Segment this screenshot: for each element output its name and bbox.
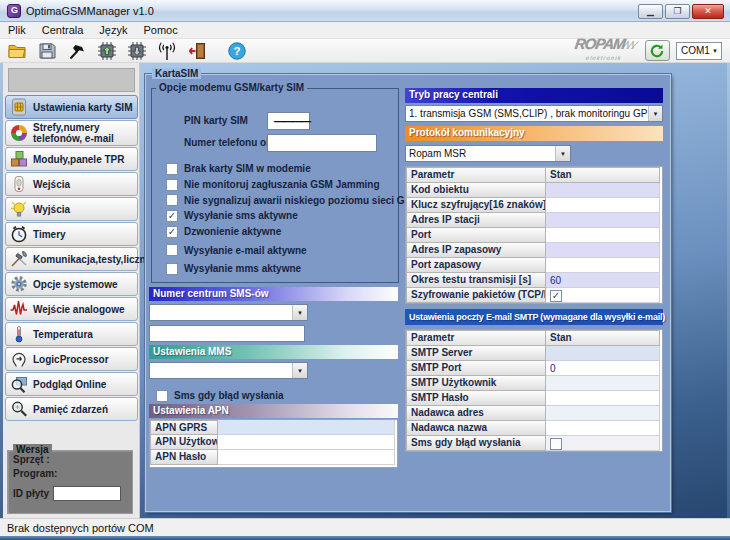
param-value-cell[interactable] <box>546 406 660 421</box>
open-button[interactable] <box>4 40 30 62</box>
sidebar-item-moduły-panele-tpr[interactable]: Moduły,panele TPR <box>5 147 138 171</box>
modem-option-row[interactable]: Wysyłanie e-mail aktywne <box>166 242 420 258</box>
modem-option-row[interactable]: Brak karty SIM w modemie <box>166 161 420 177</box>
sms-center-select[interactable]: ▼ <box>149 304 308 321</box>
ropam-logo: ROPAM⁄\⁄\⁄ elektronik <box>572 39 637 63</box>
sms-center-input[interactable] <box>149 325 305 342</box>
menu-item-język[interactable]: Język <box>91 23 135 37</box>
menu-item-pomoc[interactable]: Pomoc <box>135 23 185 37</box>
gsm-signal-button[interactable] <box>154 40 180 62</box>
sidebar-item-strefy-numery-telefonów-e-mail[interactable]: Strefy,numery telefonów, e-mail <box>5 120 138 146</box>
toolbar: ? ROPAM⁄\⁄\⁄ elektronik COM1 ▼ <box>0 39 730 63</box>
mms-select[interactable]: ▼ <box>149 362 308 379</box>
param-value-cell[interactable] <box>546 436 660 451</box>
param-label-cell: SMTP Hasło <box>406 391 546 406</box>
table-header-row: ParametrStan <box>406 167 662 183</box>
modem-option-row[interactable]: Wysyłanie mms aktywne <box>166 261 420 277</box>
param-value-cell[interactable] <box>546 243 660 258</box>
param-value-cell[interactable] <box>546 198 660 213</box>
sidebar-item-timery[interactable]: Timery <box>5 222 138 246</box>
sidebar-item-opcje-systemowe[interactable]: Opcje systemowe <box>5 272 138 296</box>
work-mode-select[interactable]: 1. transmisja GSM (SMS,CLIP) , brak moni… <box>405 105 663 122</box>
refresh-ports-button[interactable] <box>645 40 670 61</box>
checkbox[interactable]: ✓ <box>166 210 178 222</box>
board-id-field[interactable] <box>53 486 121 501</box>
param-value-cell[interactable] <box>546 258 660 273</box>
checkbox-label: Nie monitoruj zagłuszania GSM Jamming <box>178 179 380 190</box>
checkbox[interactable] <box>166 194 178 206</box>
param-value-cell[interactable] <box>546 228 660 243</box>
checkbox[interactable] <box>550 438 562 450</box>
param-value-cell[interactable] <box>546 346 660 361</box>
sidebar-item-label: Temperatura <box>29 329 93 340</box>
table-row: SMTP Hasło <box>406 391 662 406</box>
sidebar-item-temperatura[interactable]: Temperatura <box>5 322 138 346</box>
help-button[interactable]: ? <box>224 40 250 62</box>
param-value-cell[interactable] <box>546 376 660 391</box>
modem-option-row[interactable]: Nie sygnalizuj awarii niskiego poziomu s… <box>166 192 420 208</box>
checkbox-label: Wysyłanie sms aktywne <box>178 210 298 221</box>
program-version-label: Program: <box>8 465 132 479</box>
sidebar: Ustawienia karty SIMStrefy,numery telefo… <box>3 63 140 518</box>
save-button[interactable] <box>34 40 60 62</box>
protocol-select[interactable]: Ropam MSR ▼ <box>405 145 571 162</box>
modem-option-row[interactable]: ✓Wysyłanie sms aktywne <box>166 208 420 224</box>
sim-pin-field[interactable]: ———— <box>267 112 310 130</box>
param-value-cell[interactable] <box>546 421 660 436</box>
com-port-value: COM1 <box>681 45 710 56</box>
object-phone-field[interactable] <box>267 134 377 152</box>
modem-option-row[interactable]: Nie monitoruj zagłuszania GSM Jamming <box>166 177 420 193</box>
checkbox[interactable] <box>166 263 178 275</box>
sidebar-item-wyjścia[interactable]: Wyjścia <box>5 197 138 221</box>
checkbox[interactable] <box>166 179 178 191</box>
checkbox[interactable] <box>166 163 178 175</box>
param-label-cell: SMTP Port <box>406 361 546 376</box>
column-header: Stan <box>546 330 660 346</box>
mms-error-checkbox-row[interactable]: Sms gdy błąd wysłania <box>156 388 283 404</box>
exit-door-icon <box>187 41 207 61</box>
param-value-cell[interactable] <box>218 435 395 450</box>
params-table: ParametrStanKod obiektuKlucz szyfrujący[… <box>405 166 663 304</box>
param-value-cell[interactable]: 0 <box>546 361 660 376</box>
minimize-button[interactable]: ▁ <box>638 4 663 19</box>
modem-option-row[interactable]: ✓Dzwonienie aktywne <box>166 224 420 240</box>
sidebar-item-logicprocessor[interactable]: LogicProcessor <box>5 347 138 371</box>
checkbox[interactable] <box>166 244 178 256</box>
param-value-cell[interactable] <box>218 450 395 465</box>
menu-item-centrala[interactable]: Centrala <box>34 23 92 37</box>
read-from-device-button[interactable] <box>124 40 150 62</box>
checkbox[interactable]: ✓ <box>550 290 562 302</box>
sidebar-item-ustawienia-karty-sim[interactable]: Ustawienia karty SIM <box>5 95 138 119</box>
param-value-cell[interactable] <box>218 420 395 435</box>
close-button[interactable]: ✕ <box>692 4 724 19</box>
checkbox-label: Nie sygnalizuj awarii niskiego poziomu s… <box>178 195 420 206</box>
exit-button[interactable] <box>184 40 210 62</box>
column-header: Parametr <box>406 167 546 183</box>
checkbox[interactable] <box>156 390 168 402</box>
sidebar-item-wejścia[interactable]: Wejścia <box>5 172 138 196</box>
param-value-cell[interactable] <box>546 183 660 198</box>
version-panel: Wersja Sprzęt : Program: ID płyty <box>7 450 133 514</box>
sidebar-item-label: Wejście analogowe <box>29 304 125 315</box>
sidebar-item-pamięć-zdarzeń[interactable]: Pamięć zdarzeń <box>5 397 138 421</box>
write-to-device-button[interactable] <box>94 40 120 62</box>
sidebar-item-komunikacja-testy-liczniki[interactable]: Komunikacja,testy,liczniki <box>5 247 138 271</box>
param-label-cell: SMTP Server <box>406 346 546 361</box>
param-value-cell[interactable]: ✓ <box>546 288 660 303</box>
param-value-cell[interactable]: 60 <box>546 273 660 288</box>
tools-button[interactable] <box>64 40 90 62</box>
sidebar-item-podgląd-online[interactable]: Podgląd Online <box>5 372 138 396</box>
com-port-select[interactable]: COM1 ▼ <box>676 42 722 60</box>
checkbox[interactable]: ✓ <box>166 226 178 238</box>
save-floppy-icon <box>37 41 57 61</box>
param-label-cell: Nadawca adres <box>406 406 546 421</box>
window-title: OptimaGSMManager v1.0 <box>26 5 154 17</box>
mms-error-label: Sms gdy błąd wysłania <box>168 390 283 401</box>
param-value-cell[interactable] <box>546 391 660 406</box>
table-row: SMTP Server <box>406 346 662 361</box>
sidebar-item-wejście-analogowe[interactable]: Wejście analogowe <box>5 297 138 321</box>
menu-item-plik[interactable]: Plik <box>0 23 34 37</box>
sidebar-item-label: Opcje systemowe <box>29 279 117 290</box>
maximize-button[interactable]: ❐ <box>665 4 690 19</box>
param-value-cell[interactable] <box>546 213 660 228</box>
